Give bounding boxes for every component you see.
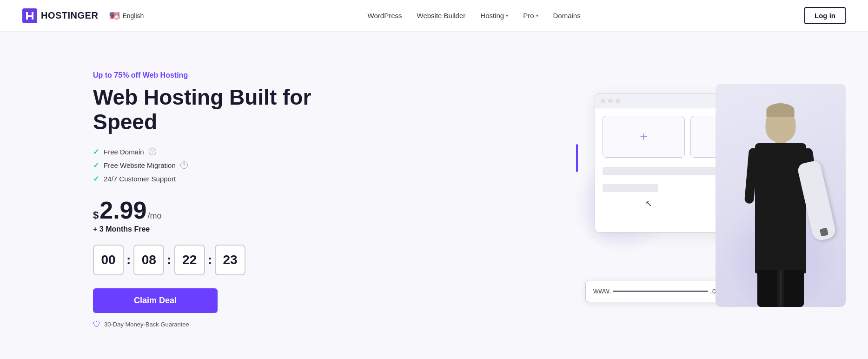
language-label: English [122, 12, 144, 20]
browser-dot-2 [608, 99, 613, 103]
countdown-sep: : [208, 253, 212, 267]
person-leg-left [757, 270, 777, 307]
person-hair [767, 103, 795, 117]
person-right-arm [802, 147, 821, 209]
claim-deal-button[interactable]: Claim Deal [93, 288, 218, 313]
countdown-hours: 00 [93, 245, 124, 275]
person-silhouette [743, 102, 818, 307]
price-per-month: /mo [147, 211, 161, 221]
surfboard-fin [820, 227, 828, 236]
countdown-timer: 00 : 08 : 22 : 23 [93, 245, 311, 275]
nav-left: HOSTINGER 🇺🇸 English [22, 8, 144, 23]
hero-features-list: ✓ Free Domain ? ✓ Free Website Migration… [93, 147, 311, 183]
countdown-sep: : [126, 253, 131, 267]
domain-line [613, 291, 708, 292]
login-button[interactable]: Log in [804, 7, 846, 24]
check-icon: ✓ [93, 161, 99, 170]
decoration-bar-left [576, 144, 578, 172]
domain-search-bar[interactable]: www. .com [585, 280, 734, 302]
chevron-down-icon: ▾ [506, 13, 508, 18]
nav-link-wordpress[interactable]: WordPress [368, 12, 402, 20]
browser-dot-3 [616, 99, 620, 103]
flag-icon: 🇺🇸 [109, 11, 119, 21]
surfboard [796, 160, 837, 242]
nav-link-hosting[interactable]: Hosting ▾ [480, 12, 508, 20]
person-leg-right [784, 270, 804, 307]
chevron-down-icon: ▾ [536, 13, 538, 18]
countdown-seconds-tens: 22 [174, 245, 205, 275]
navbar: HOSTINGER 🇺🇸 English WordPress Website B… [0, 0, 868, 32]
guarantee-text: 🛡 30-Day Money-Back Guarantee [93, 320, 311, 329]
hero-title: Web Hosting Built for Speed [93, 85, 311, 134]
browser-card-1[interactable]: + [603, 116, 685, 158]
price-bonus: + 3 Months Free [93, 225, 311, 233]
feature-migration: ✓ Free Website Migration ? [93, 161, 311, 170]
feature-support: ✓ 24/7 Customer Support [93, 174, 311, 183]
person-head [766, 107, 796, 142]
language-selector[interactable]: 🇺🇸 English [109, 11, 144, 21]
domain-www-text: www. [593, 287, 611, 295]
help-icon-migration[interactable]: ? [180, 161, 188, 169]
shield-icon: 🛡 [93, 320, 100, 329]
person-left-arm [744, 147, 758, 204]
person-body [755, 143, 806, 273]
browser-dot-1 [601, 99, 605, 103]
price-dollar: $ [93, 209, 99, 221]
nav-link-website-builder[interactable]: Website Builder [417, 12, 466, 20]
countdown-minutes: 08 [133, 245, 164, 275]
check-icon: ✓ [93, 174, 99, 183]
cursor-icon: ↖ [645, 199, 652, 209]
help-icon-domain[interactable]: ? [149, 148, 156, 155]
promo-percent: 75% [114, 71, 129, 79]
countdown-seconds-ones: 23 [215, 245, 245, 275]
nav-link-domains[interactable]: Domains [553, 12, 581, 20]
price-amount: 2.99 [99, 198, 146, 222]
nav-right: Log in [804, 7, 846, 24]
countdown-sep: : [167, 253, 171, 267]
person-area [716, 84, 846, 307]
logo-link[interactable]: HOSTINGER [22, 8, 98, 23]
hero-content: Up to 75% off Web Hosting Web Hosting Bu… [93, 71, 311, 329]
price-section: $ 2.99 /mo [93, 198, 311, 222]
browser-placeholder-bar-short [603, 184, 658, 192]
check-icon: ✓ [93, 147, 99, 156]
nav-links: WordPress Website Builder Hosting ▾ Pro … [368, 12, 581, 20]
logo-text: HOSTINGER [41, 10, 98, 21]
person-legs [757, 270, 804, 307]
promo-text: Up to 75% off Web Hosting [93, 71, 311, 80]
hero-section: Up to 75% off Web Hosting Web Hosting Bu… [0, 32, 868, 359]
hero-visual: + + ↖ www. .com [567, 84, 846, 316]
logo-icon [22, 8, 37, 23]
person-legs-gap [780, 270, 782, 307]
nav-link-pro[interactable]: Pro ▾ [523, 12, 538, 20]
feature-free-domain: ✓ Free Domain ? [93, 147, 311, 156]
